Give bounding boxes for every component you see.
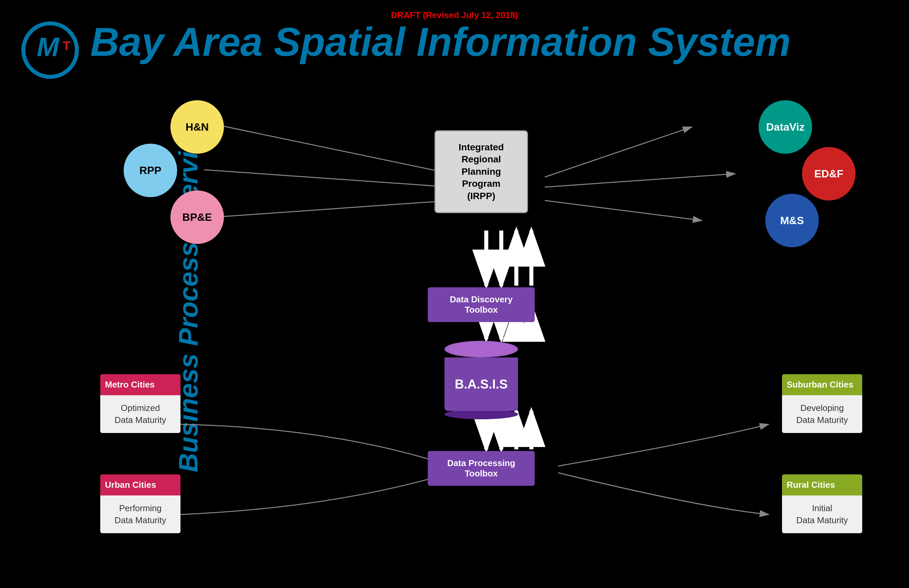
- metro-cities-body: Optimized Data Maturity: [100, 395, 180, 433]
- circle-ms: M&S: [765, 194, 819, 247]
- urban-cities-box: Urban Cities Performing Data Maturity: [100, 474, 180, 533]
- svg-line-7: [224, 126, 451, 174]
- suburban-cities-header: Suburban Cities: [782, 374, 862, 395]
- circle-dataviz: DataViz: [759, 100, 812, 153]
- suburban-cities-body: Developing Data Maturity: [782, 395, 862, 433]
- circle-rpp: RPP: [124, 144, 177, 197]
- logo: M T: [20, 20, 80, 80]
- basis-cylinder: B.A.S.I.S: [445, 341, 518, 419]
- draft-label: DRAFT (Revised July 12, 2018): [391, 10, 518, 20]
- rural-cities-box: Rural Cities Initial Data Maturity: [782, 474, 862, 533]
- irpp-box: Integrated Regional Planning Program (IR…: [435, 130, 528, 213]
- metro-cities-box: Metro Cities Optimized Data Maturity: [100, 374, 180, 433]
- circle-bpe: BP&E: [170, 191, 224, 244]
- diagram: H&N RPP BP&E DataViz ED&F M&S Integrated…: [67, 87, 896, 575]
- rural-cities-body: Initial Data Maturity: [782, 496, 862, 533]
- svg-text:T: T: [63, 39, 70, 53]
- main-title: Bay Area Spatial Information System: [90, 22, 791, 62]
- suburban-cities-box: Suburban Cities Developing Data Maturity: [782, 374, 862, 433]
- svg-line-11: [545, 174, 735, 187]
- processing-toolbox-box: Data Processing Toolbox: [428, 451, 535, 486]
- svg-line-9: [224, 200, 451, 216]
- svg-text:M: M: [37, 32, 60, 62]
- urban-cities-body: Performing Data Maturity: [100, 496, 180, 533]
- svg-line-8: [204, 170, 451, 187]
- svg-line-12: [545, 200, 702, 221]
- metro-cities-header: Metro Cities: [100, 374, 180, 395]
- svg-line-10: [545, 127, 692, 177]
- circle-hn: H&N: [170, 100, 224, 153]
- discovery-toolbox-box: Data Discovery Toolbox: [428, 287, 535, 322]
- circle-edf: ED&F: [802, 147, 856, 200]
- rural-cities-header: Rural Cities: [782, 474, 862, 496]
- urban-cities-header: Urban Cities: [100, 474, 180, 496]
